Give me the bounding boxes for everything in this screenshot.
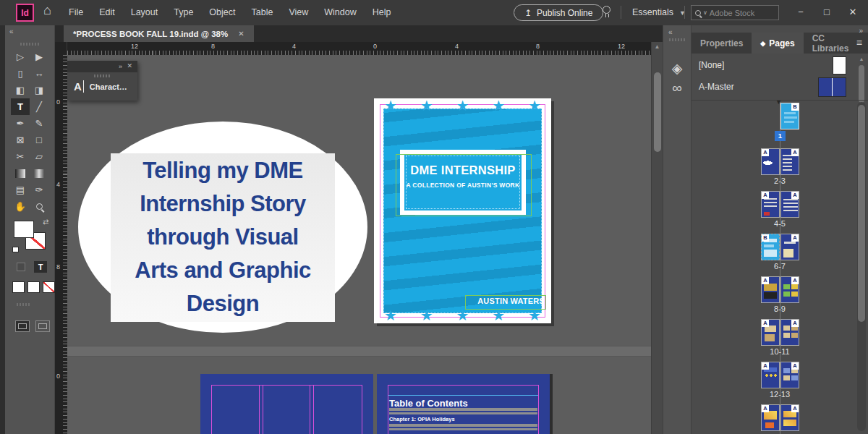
scroll-up-icon[interactable]: ▲ <box>858 56 865 61</box>
menu-table[interactable]: Table <box>243 0 281 25</box>
workspace-switcher[interactable]: Essentials▼ <box>632 0 686 26</box>
content-placer-tool[interactable]: ◨ <box>30 82 48 98</box>
page-2[interactable] <box>200 374 373 434</box>
headline-ellipse-object[interactable]: Telling my DMEInternship Storythrough Vi… <box>78 122 367 333</box>
scrollbar-thumb[interactable] <box>654 72 661 152</box>
panel-grip[interactable] <box>669 38 685 41</box>
apply-gradient-button[interactable] <box>27 281 40 293</box>
master-none-thumbnail[interactable] <box>833 56 846 75</box>
panel-grip[interactable] <box>20 43 39 46</box>
gradient-swatch-tool[interactable] <box>11 165 30 182</box>
default-swatches-icon[interactable] <box>12 247 19 252</box>
expand-panel-icon[interactable]: » <box>119 63 122 70</box>
master-none-row[interactable]: [None] <box>699 55 846 75</box>
page-thumbnail-6-7[interactable]: A <box>780 234 799 260</box>
page-tool[interactable]: ▯ <box>11 65 30 82</box>
formatting-affects-text-button[interactable]: T <box>34 261 47 273</box>
menu-object[interactable]: Object <box>201 0 243 25</box>
gap-tool[interactable]: ↔ <box>30 65 48 82</box>
ruler-origin-box[interactable] <box>55 42 67 55</box>
menu-help[interactable]: Help <box>365 0 399 25</box>
zoom-tool[interactable] <box>30 198 48 215</box>
gradient-feather-tool[interactable] <box>30 165 48 182</box>
page-3[interactable]: Table of Contents Chapter 1: OPIA Holida… <box>377 374 550 434</box>
apply-none-button[interactable] <box>43 281 55 293</box>
type-tool[interactable]: T <box>11 98 30 115</box>
rectangle-tool[interactable]: □ <box>30 132 48 148</box>
page-thumbnail-2-3[interactable]: A <box>761 148 780 175</box>
screen-mode-normal-button[interactable] <box>15 320 30 332</box>
lightbulb-icon[interactable] <box>603 6 610 14</box>
cover-page[interactable]: ★★★★★ ★★★★★ DME INTERNSHIP A COLLECTION … <box>374 98 551 323</box>
home-icon[interactable]: ⌂ <box>43 3 51 18</box>
menu-file[interactable]: File <box>61 0 91 25</box>
hand-tool[interactable]: ✋ <box>11 198 30 215</box>
page-thumbnail-4-5[interactable]: A <box>780 191 799 218</box>
menu-layout[interactable]: Layout <box>123 0 166 25</box>
pen-tool[interactable]: ✒ <box>11 115 30 132</box>
menu-window[interactable]: Window <box>316 0 364 25</box>
menu-view[interactable]: View <box>281 0 316 25</box>
character-panel[interactable]: » ✕ A Charact… <box>67 61 137 101</box>
spread-2-3[interactable]: Table of Contents Chapter 1: OPIA Holida… <box>200 374 553 434</box>
page-thumbnail-4-5[interactable]: A <box>761 191 780 218</box>
panel-grip[interactable] <box>94 75 110 77</box>
close-tab-icon[interactable]: ✕ <box>238 30 244 38</box>
page-thumbnail-10-11[interactable]: A <box>780 319 799 346</box>
master-a-thumbnail[interactable] <box>818 77 846 97</box>
minimize-button[interactable]: − <box>788 0 813 24</box>
canvas-vertical-scrollbar[interactable]: ▲ <box>651 42 663 434</box>
formatting-affects-container-button[interactable] <box>17 263 25 271</box>
page-thumbnail-2-3[interactable]: A <box>780 148 799 175</box>
pencil-tool[interactable]: ✎ <box>30 115 48 132</box>
page-thumbnail-6-7[interactable]: B <box>761 234 780 260</box>
links-panel-icon[interactable]: ∞ <box>663 80 691 96</box>
tab-pages[interactable]: ◆Pages <box>752 33 803 54</box>
menu-edit[interactable]: Edit <box>91 0 123 25</box>
menu-type[interactable]: Type <box>166 0 201 25</box>
layers-panel-icon[interactable]: ◈ <box>663 60 691 77</box>
note-tool[interactable]: ▤ <box>11 182 30 198</box>
publish-online-button[interactable]: ↥ Publish Online <box>514 4 603 21</box>
page-thumbnail-8-9[interactable]: A <box>780 276 799 303</box>
page-thumbnail-1[interactable]: B <box>780 103 799 129</box>
apply-color-button[interactable] <box>12 281 25 293</box>
stock-search-box[interactable]: ∨ <box>691 5 779 20</box>
frame-tool[interactable]: ⊠ <box>11 132 30 148</box>
pages-scrollbar[interactable] <box>857 102 866 431</box>
page-thumbnail-12-13[interactable]: A <box>761 362 780 388</box>
collapse-panel-icon[interactable]: « <box>9 27 13 35</box>
scrollbar-thumb[interactable] <box>858 105 865 322</box>
swap-fill-stroke-icon[interactable]: ⇄ <box>43 218 48 226</box>
horizontal-ruler[interactable]: 128404812 <box>67 42 651 55</box>
page-thumbnail-10-11[interactable]: A <box>761 319 780 346</box>
headline-text-frame[interactable]: Telling my DMEInternship Storythrough Vi… <box>111 153 335 322</box>
selection-tool[interactable]: ▷ <box>11 48 30 65</box>
scrollbar-thumb[interactable] <box>859 65 864 103</box>
page-thumbnail-12-13[interactable]: A <box>780 362 799 388</box>
content-collector-tool[interactable]: ◧ <box>11 82 30 98</box>
page-thumbnail-8-9[interactable]: A <box>761 276 780 303</box>
close-panel-icon[interactable]: ✕ <box>127 62 132 69</box>
tab-properties[interactable]: Properties <box>692 33 752 54</box>
page-thumbnail[interactable]: A <box>761 404 780 431</box>
maximize-button[interactable]: □ <box>814 0 839 24</box>
screen-mode-preview-button[interactable] <box>35 320 50 332</box>
line-tool[interactable]: ╱ <box>30 98 48 115</box>
document-tab[interactable]: *PROCESS BOOK FALL 19.indd @ 38% ✕ <box>64 25 254 42</box>
collapse-dock-icon[interactable]: « <box>668 28 672 36</box>
fill-swatch[interactable] <box>14 221 34 238</box>
vertical-ruler[interactable]: 0480 <box>55 55 67 434</box>
search-input[interactable] <box>710 9 767 17</box>
document-canvas[interactable]: » ✕ A Charact… Telling my DMEInternship … <box>67 55 651 434</box>
page-thumbnail[interactable]: A <box>780 404 799 431</box>
direct-selection-tool[interactable]: ▶ <box>30 48 48 65</box>
free-transform-tool[interactable]: ▱ <box>30 148 48 165</box>
scroll-up-icon[interactable]: ▲ <box>652 43 663 50</box>
cell-options-icon[interactable] <box>17 303 30 306</box>
eyedropper-tool[interactable]: ✑ <box>30 182 48 198</box>
scissors-tool[interactable]: ✂ <box>11 148 30 165</box>
close-button[interactable]: ✕ <box>841 0 865 24</box>
panel-menu-icon[interactable]: ≡ <box>856 37 862 48</box>
master-a-row[interactable]: A-Master <box>699 77 846 97</box>
